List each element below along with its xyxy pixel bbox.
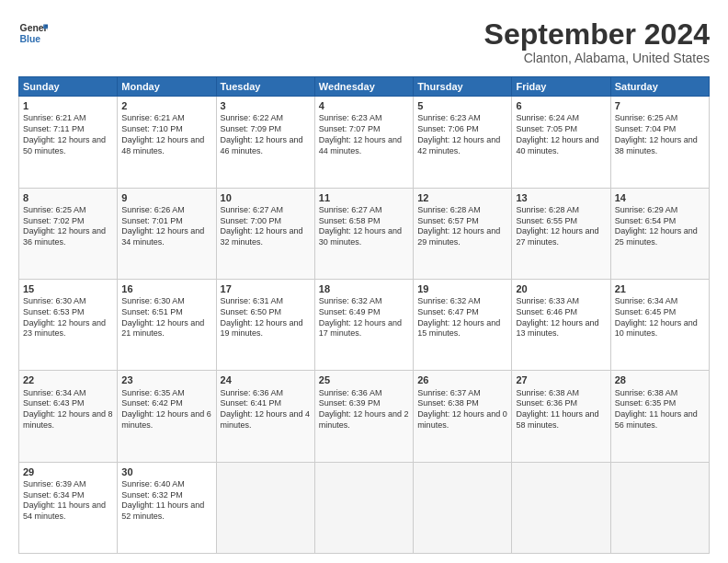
sunset-text: Sunset: 6:55 PM — [516, 216, 577, 225]
calendar-body: 1Sunrise: 6:21 AMSunset: 7:11 PMDaylight… — [19, 97, 710, 554]
sunrise-text: Sunrise: 6:30 AM — [121, 296, 185, 305]
sunset-text: Sunset: 7:00 PM — [221, 216, 282, 225]
daylight-text: Daylight: 12 hours and 19 minutes. — [221, 318, 303, 339]
sunset-text: Sunset: 6:35 PM — [615, 398, 677, 408]
calendar-week-row: 15Sunrise: 6:30 AMSunset: 6:53 PMDayligh… — [19, 279, 710, 370]
calendar-week-row: 29Sunrise: 6:39 AMSunset: 6:34 PMDayligh… — [19, 462, 710, 553]
logo-icon: General Blue — [18, 18, 48, 48]
calendar-day-header: Thursday — [414, 77, 512, 97]
calendar-day-cell: 6Sunrise: 6:24 AMSunset: 7:05 PMDaylight… — [512, 97, 610, 188]
daylight-text: Daylight: 11 hours and 52 minutes. — [121, 500, 204, 521]
calendar-day-cell: 20Sunrise: 6:33 AMSunset: 6:46 PMDayligh… — [512, 279, 610, 370]
day-number: 17 — [221, 282, 311, 295]
daylight-text: Daylight: 12 hours and 40 minutes. — [516, 135, 598, 155]
sunrise-text: Sunrise: 6:26 AM — [121, 205, 185, 214]
calendar-day-header: Monday — [118, 77, 216, 97]
calendar-day-cell: 27Sunrise: 6:38 AMSunset: 6:36 PMDayligh… — [512, 371, 610, 462]
calendar-day-cell: 18Sunrise: 6:32 AMSunset: 6:49 PMDayligh… — [314, 279, 413, 370]
title-block: September 2024 Clanton, Alabama, United … — [484, 18, 710, 65]
day-number: 22 — [23, 373, 113, 386]
sunset-text: Sunset: 6:45 PM — [615, 307, 677, 316]
sunrise-text: Sunrise: 6:28 AM — [417, 205, 481, 214]
calendar-day-cell: 11Sunrise: 6:27 AMSunset: 6:58 PMDayligh… — [314, 188, 413, 279]
calendar-day-cell — [512, 462, 610, 553]
sunrise-text: Sunrise: 6:21 AM — [23, 113, 86, 122]
calendar-day-cell: 13Sunrise: 6:28 AMSunset: 6:55 PMDayligh… — [512, 188, 610, 279]
sunrise-text: Sunrise: 6:38 AM — [615, 388, 678, 397]
sunrise-text: Sunrise: 6:36 AM — [221, 388, 284, 397]
sunrise-text: Sunrise: 6:23 AM — [417, 113, 481, 122]
daylight-text: Daylight: 12 hours and 23 minutes. — [23, 318, 106, 339]
calendar-day-cell: 3Sunrise: 6:22 AMSunset: 7:09 PMDaylight… — [216, 97, 314, 188]
location-title: Clanton, Alabama, United States — [484, 51, 710, 65]
day-number: 24 — [221, 373, 311, 386]
calendar-day-cell: 16Sunrise: 6:30 AMSunset: 6:51 PMDayligh… — [118, 279, 216, 370]
day-number: 8 — [23, 191, 113, 204]
sunrise-text: Sunrise: 6:37 AM — [417, 388, 481, 397]
calendar-day-cell: 12Sunrise: 6:28 AMSunset: 6:57 PMDayligh… — [414, 188, 512, 279]
sunset-text: Sunset: 7:07 PM — [319, 124, 381, 133]
calendar-day-cell — [414, 462, 512, 553]
sunrise-text: Sunrise: 6:25 AM — [615, 113, 678, 122]
svg-text:Blue: Blue — [20, 34, 41, 44]
sunrise-text: Sunrise: 6:32 AM — [319, 296, 382, 305]
sunrise-text: Sunrise: 6:25 AM — [23, 205, 86, 214]
sunrise-text: Sunrise: 6:30 AM — [23, 296, 86, 305]
sunrise-text: Sunrise: 6:35 AM — [121, 388, 185, 397]
day-number: 15 — [23, 282, 113, 295]
daylight-text: Daylight: 12 hours and 8 minutes. — [23, 409, 113, 430]
sunrise-text: Sunrise: 6:40 AM — [121, 479, 185, 488]
sunrise-text: Sunrise: 6:32 AM — [417, 296, 481, 305]
calendar-day-cell: 30Sunrise: 6:40 AMSunset: 6:32 PMDayligh… — [118, 462, 216, 553]
daylight-text: Daylight: 12 hours and 27 minutes. — [516, 226, 598, 247]
calendar-day-cell — [216, 462, 314, 553]
logo: General Blue — [18, 18, 48, 48]
day-number: 29 — [23, 465, 113, 478]
calendar-day-cell: 4Sunrise: 6:23 AMSunset: 7:07 PMDaylight… — [314, 97, 413, 188]
calendar-table: SundayMondayTuesdayWednesdayThursdayFrid… — [18, 76, 710, 554]
day-number: 21 — [615, 282, 705, 295]
sunset-text: Sunset: 7:05 PM — [516, 124, 577, 133]
daylight-text: Daylight: 12 hours and 34 minutes. — [121, 226, 204, 247]
daylight-text: Daylight: 12 hours and 0 minutes. — [417, 409, 507, 430]
sunset-text: Sunset: 7:02 PM — [23, 216, 85, 225]
sunset-text: Sunset: 6:43 PM — [23, 398, 85, 408]
day-number: 12 — [417, 191, 507, 204]
calendar-day-cell: 22Sunrise: 6:34 AMSunset: 6:43 PMDayligh… — [19, 371, 118, 462]
daylight-text: Daylight: 12 hours and 21 minutes. — [121, 318, 204, 339]
day-number: 3 — [221, 99, 311, 112]
day-number: 25 — [319, 373, 409, 386]
calendar-week-row: 1Sunrise: 6:21 AMSunset: 7:11 PMDaylight… — [19, 97, 710, 188]
sunset-text: Sunset: 7:01 PM — [121, 216, 183, 225]
calendar-day-header: Saturday — [610, 77, 709, 97]
sunset-text: Sunset: 7:10 PM — [121, 124, 183, 133]
daylight-text: Daylight: 12 hours and 4 minutes. — [221, 409, 311, 430]
daylight-text: Daylight: 12 hours and 44 minutes. — [319, 135, 402, 155]
daylight-text: Daylight: 11 hours and 56 minutes. — [615, 409, 698, 430]
daylight-text: Daylight: 12 hours and 25 minutes. — [615, 226, 698, 247]
sunset-text: Sunset: 6:49 PM — [319, 307, 381, 316]
calendar-day-header: Sunday — [19, 77, 118, 97]
calendar-day-cell: 15Sunrise: 6:30 AMSunset: 6:53 PMDayligh… — [19, 279, 118, 370]
daylight-text: Daylight: 12 hours and 13 minutes. — [516, 318, 598, 339]
sunrise-text: Sunrise: 6:27 AM — [319, 205, 382, 214]
sunset-text: Sunset: 6:57 PM — [417, 216, 479, 225]
sunrise-text: Sunrise: 6:31 AM — [221, 296, 284, 305]
sunset-text: Sunset: 6:46 PM — [516, 307, 577, 316]
daylight-text: Daylight: 12 hours and 6 minutes. — [121, 409, 211, 430]
daylight-text: Daylight: 12 hours and 50 minutes. — [23, 135, 106, 155]
daylight-text: Daylight: 12 hours and 29 minutes. — [417, 226, 500, 247]
header: General Blue September 2024 Clanton, Ala… — [18, 18, 710, 65]
day-number: 5 — [417, 99, 507, 112]
calendar-day-cell: 29Sunrise: 6:39 AMSunset: 6:34 PMDayligh… — [19, 462, 118, 553]
day-number: 4 — [319, 99, 409, 112]
sunrise-text: Sunrise: 6:23 AM — [319, 113, 382, 122]
sunrise-text: Sunrise: 6:29 AM — [615, 205, 678, 214]
sunrise-text: Sunrise: 6:39 AM — [23, 479, 86, 488]
sunrise-text: Sunrise: 6:24 AM — [516, 113, 579, 122]
daylight-text: Daylight: 12 hours and 17 minutes. — [319, 318, 402, 339]
day-number: 9 — [121, 191, 211, 204]
day-number: 7 — [615, 99, 705, 112]
sunset-text: Sunset: 6:58 PM — [319, 216, 381, 225]
calendar-day-cell: 21Sunrise: 6:34 AMSunset: 6:45 PMDayligh… — [610, 279, 709, 370]
